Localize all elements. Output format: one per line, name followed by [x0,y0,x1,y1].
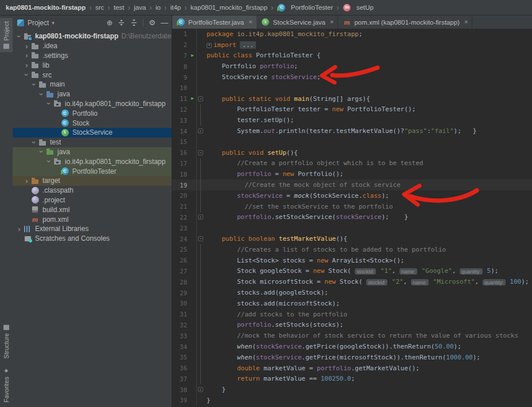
expand-arrow-icon[interactable]: › [23,61,30,69]
close-icon[interactable]: × [248,19,252,25]
extlib-icon [23,225,32,233]
run-button[interactable]: ▶ [189,53,196,58]
chevron-separator-icon: › [128,3,131,11]
breadcrumb-item[interactable]: msetUp [343,3,374,11]
project-tree[interactable]: ›kap0801-mockito-firstappD:\Benutzerdate… [13,30,172,244]
code-line: 19 //Create the mock object of stock ser… [172,179,532,190]
tool-tab-favorites[interactable]: Favorites★ [0,364,13,406]
tree-row-io-it4p-kap0801-mockito-firstapp[interactable]: ›io.it4p.kap0801_mockito_firstapp [13,99,172,109]
breadcrumb-item[interactable]: io [156,4,161,11]
chevron-down-icon[interactable]: ▾ [52,20,55,26]
close-icon[interactable]: × [464,19,468,25]
breadcrumb-label: it4p [170,4,181,11]
tree-row--classpath[interactable]: .classpath [13,186,172,195]
line-number: 23 [172,225,189,232]
fold-close-icon[interactable]: ¬ [198,128,203,134]
breadcrumb-item[interactable]: src [95,4,104,11]
code-text: } [204,386,226,393]
tree-row-stock[interactable]: CStock [13,118,172,128]
tool-tab-structure[interactable]: Structure [0,322,13,362]
tree-row-kap0801-mockito-firstapp[interactable]: ›kap0801-mockito-firstappD:\Benutzerdate… [13,32,172,41]
tree-row-portfoliotester[interactable]: CPortfolioTester [13,166,172,176]
expand-arrow-icon[interactable]: › [30,139,38,146]
tree-row-io-it4p-kap0801-mockito-firstapp[interactable]: ›io.it4p.kap0801_mockito_firstapp [13,156,172,166]
expand-arrow-icon[interactable]: › [23,52,30,59]
collapse-in-icon[interactable] [118,19,125,26]
breadcrumb-item[interactable]: test [114,4,125,11]
tree-row-java[interactable]: ›java [13,89,172,99]
tree-row--project[interactable]: .project [13,195,172,205]
line-number: 33 [172,332,189,339]
tree-row--idea[interactable]: ›.idea [13,41,172,51]
settings-icon[interactable]: ⚙ [149,19,156,26]
code-text: stocks.add(microsoftStock); [204,300,340,307]
folder-icon [30,42,40,50]
code-line: 30 stocks.add(microsoftStock); [172,298,532,309]
class-icon: C [60,109,69,118]
tree-row-java[interactable]: ›java [13,147,172,157]
tree-row-target[interactable]: ›target [13,176,172,186]
code-editor[interactable]: 1package io.it4p.kap0801_mockito_firstap… [172,29,532,407]
breadcrumb-item[interactable]: kap0801_mockito_firstapp [191,4,267,11]
fold-column [196,72,204,83]
tool-tab-project[interactable]: Project [0,18,13,52]
breadcrumb-item[interactable]: it4p [170,4,181,11]
fold-open-icon[interactable]: − [198,96,203,101]
expand-arrow-icon[interactable]: › [38,148,45,155]
code-line: 37 return marketValue == 100250.0; [172,374,532,385]
editor-tab-portfoliotester[interactable]: CPortfolioTester.java× [172,15,257,29]
editor-area[interactable]: CPortfolioTester.java×IStockService.java… [172,15,532,407]
code-text: package io.it4p.kap0801_mockito_firstapp… [204,30,363,38]
tree-row-test[interactable]: ›test [13,138,172,147]
tree-row--settings[interactable]: ›.settings [13,51,172,61]
expand-arrow-icon[interactable]: › [23,177,30,185]
tree-row-build-xml[interactable]: build.xml [13,205,172,214]
tree-row-pom-xml[interactable]: mpom.xml [13,214,172,224]
fold-column [196,50,204,61]
fold-close-icon[interactable]: ¬ [198,387,203,392]
line-number: 30 [172,300,189,307]
editor-tab-stockservice[interactable]: IStockService.java× [257,15,339,29]
close-icon[interactable]: × [330,19,333,25]
fold-close-icon[interactable]: ¬ [198,214,203,220]
fold-open-icon[interactable]: − [198,150,203,155]
hide-icon[interactable]: — [161,19,168,26]
tree-item-label: main [50,80,65,88]
file-circle-icon [30,186,40,194]
code-text: Portfolio portfolio; [204,62,298,70]
tree-item-label: External Libraries [35,225,88,233]
expand-arrow-icon[interactable]: › [23,71,30,79]
breadcrumb-item[interactable]: java [134,4,146,11]
chevron-separator-icon: › [336,3,339,11]
tree-row-lib[interactable]: ›lib [13,60,172,70]
fold-range-line [200,330,201,341]
collapse-out-icon[interactable] [130,19,138,26]
tree-row-scratches-and-consoles[interactable]: Scratches and Consoles [13,234,172,244]
line-number: 27 [172,268,189,275]
fold-open-icon[interactable]: − [198,236,203,241]
expand-arrow-icon[interactable]: › [45,158,53,165]
locate-icon[interactable]: ⊕ [106,19,112,26]
code-line: 9 StockService stockService; [172,72,532,83]
code-text: StockService stockService; [204,73,321,81]
expand-arrow-icon[interactable]: › [30,81,38,88]
tree-row-external-libraries[interactable]: ›External Libraries [13,224,172,234]
editor-tab-pom[interactable]: mpom.xml (kap0801-mockito-firstapp)× [338,15,472,29]
expand-arrow-icon[interactable]: › [15,225,23,233]
code-text: stockService = mock(StockService.class); [204,192,389,199]
tree-row-src[interactable]: ›src [13,70,172,80]
project-panel-title[interactable]: Project [28,19,49,27]
tree-row-main[interactable]: ›main [13,80,172,89]
code-text: public class PortfolioTester { [204,52,321,59]
line-number: 18 [172,171,189,178]
expand-arrow-icon[interactable]: › [15,33,23,40]
tree-row-stockservice[interactable]: IStockService [13,128,172,138]
breadcrumb-item[interactable]: CPortfolioTester [277,3,333,11]
fold-column: ¬ [196,126,204,136]
expand-arrow-icon[interactable]: › [23,42,30,50]
expand-arrow-icon[interactable]: › [38,91,45,98]
run-button[interactable]: ▶ [189,96,196,101]
breadcrumb-item[interactable]: kap0801-mockito-firstapp [6,4,86,11]
tree-row-portfolio[interactable]: CPortfolio [13,108,172,118]
expand-arrow-icon[interactable]: › [45,100,53,107]
